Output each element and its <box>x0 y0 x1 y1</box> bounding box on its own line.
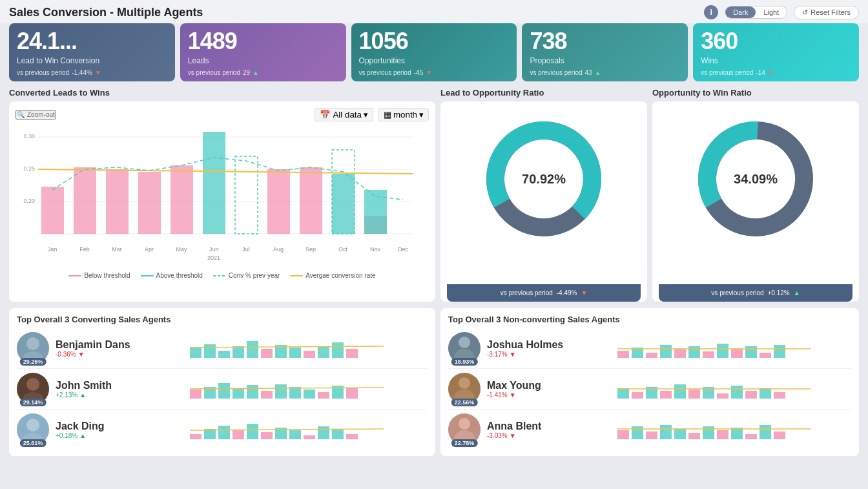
svg-text:Jan: Jan <box>48 246 57 253</box>
agent-name: Benjamin Dans <box>56 339 140 351</box>
down-icon: ▼ <box>510 432 516 439</box>
svg-rect-82 <box>289 430 301 439</box>
svg-rect-110 <box>660 391 672 399</box>
up-icon: ▲ <box>794 289 800 297</box>
svg-rect-118 <box>774 392 785 399</box>
mini-chart <box>577 335 851 362</box>
svg-rect-130 <box>717 430 728 439</box>
kpi-lead-to-win-value: 24.1... <box>17 30 167 53</box>
svg-text:0.25: 0.25 <box>23 165 35 172</box>
lead-to-opp-title: Lead to Opportunity Ratio <box>440 88 647 98</box>
above-threshold-line <box>141 275 154 276</box>
svg-text:Sep: Sep <box>305 246 316 253</box>
svg-rect-111 <box>674 384 686 399</box>
svg-rect-83 <box>304 435 315 439</box>
reset-filters-button[interactable]: ↺ Reset Filters <box>794 6 859 19</box>
svg-rect-62 <box>232 388 244 399</box>
kpi-row: 24.1... Lead to Win Conversion vs previo… <box>0 23 868 88</box>
svg-text:Jul: Jul <box>242 246 250 253</box>
top-converting-panel: Top Overall 3 Converting Sales Agents 29… <box>9 308 435 456</box>
agent-row: 29.14% John Smith +2.13% ▲ <box>17 369 428 410</box>
month-button[interactable]: ▦ month ▾ <box>378 108 429 121</box>
kpi-leads-label: Leads <box>188 56 338 65</box>
avatar-wrap: 29.25% <box>17 332 49 364</box>
svg-text:Mar: Mar <box>112 246 122 253</box>
svg-rect-108 <box>632 392 643 399</box>
opp-to-win-title: Opportunity to Win Ratio <box>652 88 859 98</box>
svg-rect-44 <box>204 344 216 358</box>
lead-to-opp-panel: Lead to Opportunity Ratio 70.92% vs prev… <box>440 88 647 302</box>
svg-rect-46 <box>232 346 244 358</box>
kpi-wins-value: 360 <box>701 30 851 53</box>
svg-rect-10 <box>138 172 161 234</box>
svg-text:Apr: Apr <box>145 246 154 253</box>
down-icon: ▼ <box>426 69 432 76</box>
svg-rect-132 <box>745 434 757 439</box>
chart-toolbar: 🔍 Zoom-out 📅 All data ▾ ▦ month ▾ <box>16 108 429 121</box>
down-icon: ▼ <box>78 351 85 358</box>
legend-avg-conv-rate: Avergae conversion rate <box>290 272 375 279</box>
lead-to-opp-footer: vs previous period -4.49% ▼ <box>447 284 641 302</box>
mini-chart-svg <box>146 335 428 362</box>
svg-text:Feb: Feb <box>79 246 90 253</box>
bottom-row: Top Overall 3 Converting Sales Agents 29… <box>0 308 868 463</box>
agent-name: Anna Blent <box>487 421 571 432</box>
avatar-wrap: 22.78% <box>448 413 480 446</box>
agent-change: -1.41% ▼ <box>487 391 571 399</box>
svg-rect-64 <box>261 391 273 399</box>
agent-info: Max Young -1.41% ▼ <box>487 380 571 399</box>
svg-text:0.20: 0.20 <box>23 198 35 204</box>
top-converting-title: Top Overall 3 Converting Sales Agents <box>17 315 428 324</box>
svg-rect-123 <box>617 430 629 439</box>
mini-chart-svg <box>577 375 851 402</box>
svg-rect-12 <box>203 132 225 234</box>
kpi-opportunities-compare: vs previous period -45 ▼ <box>359 69 510 76</box>
agent-change: -3.17% ▼ <box>487 351 571 358</box>
info-button[interactable]: i <box>704 5 718 19</box>
kpi-proposals-label: Proposals <box>530 56 680 65</box>
agent-pct-badge: 22.56% <box>451 399 478 406</box>
kpi-proposals-compare: vs previous period 43 ▲ <box>530 69 680 76</box>
svg-rect-94 <box>660 345 672 358</box>
chart-legend: Below threshold Above threshold Conv % p… <box>16 272 429 279</box>
left-panel: Converted Leads to Wins 🔍 Zoom-out 📅 All… <box>9 88 435 302</box>
kpi-wins-label: Wins <box>701 56 851 65</box>
svg-text:Oct: Oct <box>338 246 348 253</box>
kpi-lead-to-win-compare: vs previous period -1.44% ▼ <box>17 69 167 76</box>
svg-rect-95 <box>674 349 686 358</box>
zoom-out-button[interactable]: 🔍 Zoom-out <box>16 110 56 120</box>
bar-line-chart-svg: 0.30 0.25 0.20 <box>16 125 416 267</box>
svg-rect-54 <box>346 349 358 358</box>
kpi-leads-compare: vs previous period 29 ▲ <box>188 69 338 76</box>
svg-text:Dec: Dec <box>398 246 409 253</box>
dark-mode-button[interactable]: Dark <box>725 6 756 18</box>
svg-point-41 <box>26 337 39 350</box>
svg-rect-115 <box>731 386 743 399</box>
svg-rect-48 <box>261 349 273 358</box>
svg-rect-19 <box>364 190 387 234</box>
svg-point-121 <box>459 418 470 430</box>
svg-text:May: May <box>176 246 187 253</box>
svg-rect-127 <box>674 429 686 439</box>
conv-prev-year-line <box>213 275 226 276</box>
svg-rect-59 <box>190 390 202 399</box>
svg-rect-124 <box>632 426 643 439</box>
light-mode-button[interactable]: Light <box>756 6 787 18</box>
mini-chart-svg <box>577 335 851 362</box>
svg-rect-133 <box>760 425 771 439</box>
agent-row: 18.93% Joshua Holmes -3.17% ▼ <box>448 328 851 369</box>
agent-row: 22.78% Anna Blent -3.03% ▼ <box>448 410 851 450</box>
chart-controls: 📅 All data ▾ ▦ month ▾ <box>315 108 429 121</box>
svg-rect-107 <box>617 388 629 399</box>
all-data-button[interactable]: 📅 All data ▾ <box>315 108 373 121</box>
agent-name: Max Young <box>487 380 571 391</box>
agent-info: Benjamin Dans -0.36% ▼ <box>56 339 140 358</box>
svg-rect-78 <box>232 430 244 439</box>
avatar-wrap: 18.93% <box>448 332 480 364</box>
kpi-leads: 1489 Leads vs previous period 29 ▲ <box>180 23 346 81</box>
svg-rect-45 <box>218 351 230 358</box>
reset-icon: ↺ <box>802 8 808 17</box>
svg-point-105 <box>459 377 470 389</box>
mini-chart <box>577 416 851 443</box>
agent-info: Joshua Holmes -3.17% ▼ <box>487 339 571 358</box>
